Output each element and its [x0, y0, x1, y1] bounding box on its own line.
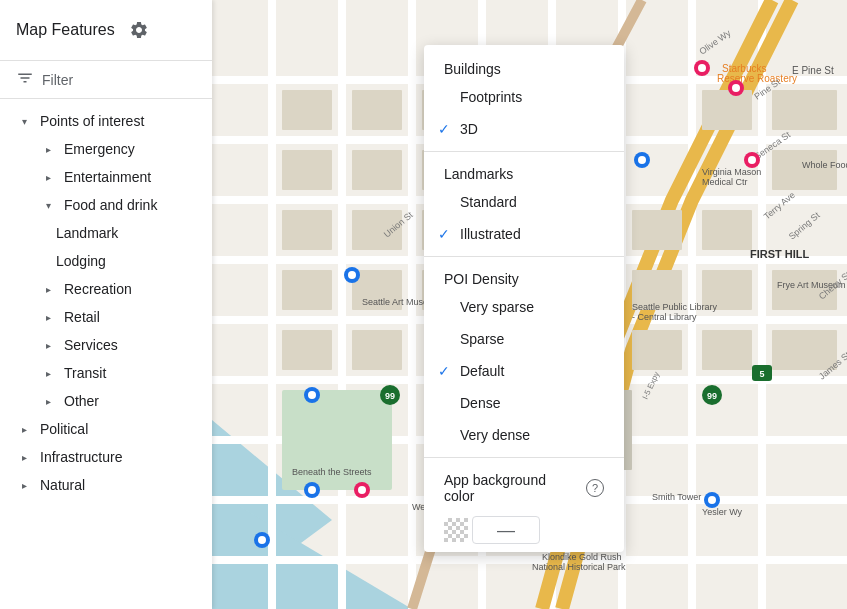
svg-point-100 — [348, 271, 356, 279]
dropdown-item-3d[interactable]: ✓ 3D — [424, 113, 624, 145]
dropdown-item-very-dense[interactable]: Very dense — [424, 419, 624, 451]
svg-text:Virginia Mason: Virginia Mason — [702, 167, 761, 177]
svg-rect-39 — [632, 210, 682, 250]
bg-color-label: App background color — [444, 472, 578, 504]
dropdown-item-dense[interactable]: Dense — [424, 387, 624, 419]
svg-point-96 — [732, 84, 740, 92]
chevron-right-icon: ▸ — [40, 365, 56, 381]
check-icon: ✓ — [438, 363, 450, 379]
chevron-right-icon: ▸ — [40, 141, 56, 157]
filter-label: Filter — [42, 72, 73, 88]
chevron-down-icon: ▾ — [40, 197, 56, 213]
sidebar-item-entertainment[interactable]: ▸ Entertainment — [0, 163, 212, 191]
sidebar-content: ▾ Points of interest ▸ Emergency ▸ Enter… — [0, 99, 212, 609]
map-area[interactable]: E Pine St Whole Foods FIRST HILL Virgini… — [212, 0, 847, 609]
svg-point-98 — [748, 156, 756, 164]
svg-point-94 — [698, 64, 706, 72]
sparse-label: Sparse — [460, 331, 504, 347]
divider-1 — [424, 151, 624, 152]
chevron-right-icon: ▸ — [16, 449, 32, 465]
sidebar-item-label: Emergency — [64, 141, 135, 157]
svg-rect-47 — [702, 330, 752, 370]
sidebar-item-landmark[interactable]: Landmark — [0, 219, 212, 247]
sidebar-item-political[interactable]: ▸ Political — [0, 415, 212, 443]
svg-point-102 — [638, 156, 646, 164]
filter-bar[interactable]: Filter — [0, 61, 212, 99]
filter-icon — [16, 69, 34, 90]
sidebar-item-label: Food and drink — [64, 197, 157, 213]
poi-density-section-title: POI Density — [424, 263, 624, 291]
chevron-right-icon: ▸ — [16, 477, 32, 493]
standard-label: Standard — [460, 194, 517, 210]
sidebar-header: Map Features — [0, 0, 212, 61]
sidebar: Map Features Filter ▾ Points of interest… — [0, 0, 212, 609]
sidebar-item-label: Natural — [40, 477, 85, 493]
svg-rect-41 — [702, 90, 752, 130]
sidebar-item-label: Recreation — [64, 281, 132, 297]
default-label: Default — [460, 363, 504, 379]
svg-point-108 — [258, 536, 266, 544]
svg-rect-28 — [282, 210, 332, 250]
3d-label: 3D — [460, 121, 478, 137]
svg-text:99: 99 — [707, 391, 717, 401]
gear-icon[interactable] — [123, 14, 155, 46]
svg-point-104 — [308, 391, 316, 399]
check-icon: ✓ — [438, 121, 450, 137]
svg-rect-23 — [352, 150, 402, 190]
svg-text:Whole Foods: Whole Foods — [802, 160, 847, 170]
svg-text:99: 99 — [385, 391, 395, 401]
color-input-box[interactable]: — — [472, 516, 540, 544]
illustrated-label: Illustrated — [460, 226, 521, 242]
chevron-right-icon: ▸ — [40, 337, 56, 353]
sidebar-item-label: Transit — [64, 365, 106, 381]
very-sparse-label: Very sparse — [460, 299, 534, 315]
sidebar-item-emergency[interactable]: ▸ Emergency — [0, 135, 212, 163]
dropdown-item-illustrated[interactable]: ✓ Illustrated — [424, 218, 624, 250]
sidebar-item-food-and-drink[interactable]: ▾ Food and drink — [0, 191, 212, 219]
help-icon[interactable]: ? — [586, 479, 604, 497]
sidebar-item-lodging[interactable]: Lodging — [0, 247, 212, 275]
dropdown-item-footprints[interactable]: Footprints — [424, 81, 624, 113]
sidebar-item-label: Lodging — [56, 253, 106, 269]
svg-rect-20 — [282, 90, 332, 130]
footprints-label: Footprints — [460, 89, 522, 105]
svg-rect-40 — [702, 210, 752, 250]
chevron-right-icon: ▸ — [40, 281, 56, 297]
sidebar-item-natural[interactable]: ▸ Natural — [0, 471, 212, 499]
buildings-section-title: Buildings — [424, 53, 624, 81]
sidebar-item-recreation[interactable]: ▸ Recreation — [0, 275, 212, 303]
svg-rect-21 — [282, 150, 332, 190]
svg-text:Beneath the Streets: Beneath the Streets — [292, 467, 372, 477]
very-dense-label: Very dense — [460, 427, 530, 443]
sidebar-item-label: Services — [64, 337, 118, 353]
sidebar-item-transit[interactable]: ▸ Transit — [0, 359, 212, 387]
dropdown-item-default[interactable]: ✓ Default — [424, 355, 624, 387]
svg-point-114 — [708, 496, 716, 504]
sidebar-item-label: Other — [64, 393, 99, 409]
chevron-right-icon: ▸ — [40, 169, 56, 185]
dropdown-item-standard[interactable]: Standard — [424, 186, 624, 218]
sidebar-item-label: Infrastructure — [40, 449, 122, 465]
dropdown-item-sparse[interactable]: Sparse — [424, 323, 624, 355]
sidebar-item-infrastructure[interactable]: ▸ Infrastructure — [0, 443, 212, 471]
chevron-right-icon: ▸ — [40, 309, 56, 325]
svg-text:E Pine St: E Pine St — [792, 65, 834, 76]
dropdown-item-very-sparse[interactable]: Very sparse — [424, 291, 624, 323]
svg-rect-42 — [772, 90, 837, 130]
checkerboard-icon — [444, 518, 468, 542]
check-icon: ✓ — [438, 226, 450, 242]
svg-text:National Historical Park: National Historical Park — [532, 562, 626, 572]
svg-rect-22 — [352, 90, 402, 130]
sidebar-item-retail[interactable]: ▸ Retail — [0, 303, 212, 331]
divider-2 — [424, 256, 624, 257]
color-preview[interactable]: — — [424, 516, 624, 544]
svg-rect-32 — [282, 270, 332, 310]
sidebar-item-other[interactable]: ▸ Other — [0, 387, 212, 415]
chevron-down-icon: ▾ — [16, 113, 32, 129]
svg-text:FIRST HILL: FIRST HILL — [750, 248, 810, 260]
svg-point-110 — [308, 486, 316, 494]
sidebar-item-services[interactable]: ▸ Services — [0, 331, 212, 359]
sidebar-item-label: Entertainment — [64, 169, 151, 185]
svg-rect-48 — [632, 330, 682, 370]
sidebar-item-points-of-interest[interactable]: ▾ Points of interest — [0, 107, 212, 135]
